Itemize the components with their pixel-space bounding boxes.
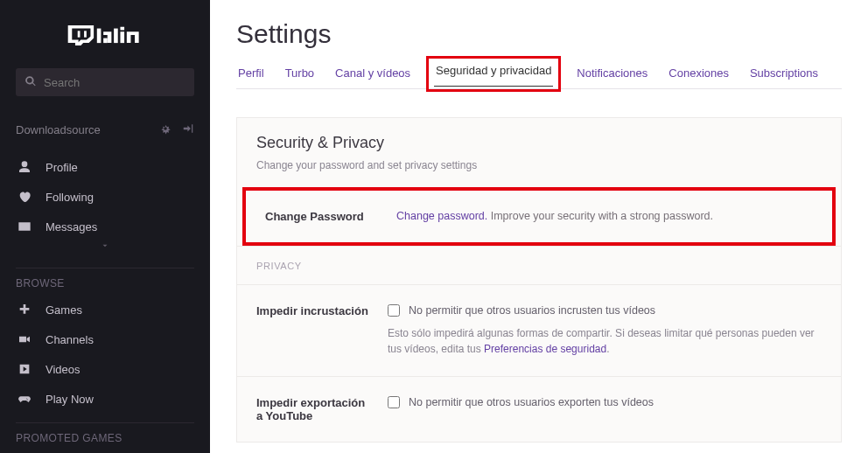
svg-rect-0 (78, 31, 80, 37)
tab-canal[interactable]: Canal y vídeos (333, 63, 412, 88)
svg-rect-6 (120, 27, 124, 31)
search-input[interactable] (44, 76, 186, 89)
tab-conexiones[interactable]: Conexiones (667, 63, 731, 88)
browse-heading: BROWSE (0, 277, 210, 289)
sidebar-item-label: Videos (46, 363, 80, 376)
prevent-embed-label: Impedir incrustación (256, 304, 370, 357)
sidebar-item-games[interactable]: Games (0, 295, 210, 324)
panel-title: Security & Privacy (256, 134, 822, 152)
change-password-text: Improve your security with a strong pass… (487, 210, 713, 222)
logout-icon[interactable] (182, 122, 194, 137)
divider (16, 268, 194, 268)
svg-rect-3 (103, 38, 108, 44)
svg-rect-5 (120, 31, 124, 43)
sidebar-item-following[interactable]: Following (0, 182, 210, 212)
prevent-embed-checktext: No permitir que otros usuarios incrusten… (409, 304, 655, 317)
search-icon (24, 75, 37, 90)
change-password-row: Change Password Change password. Improve… (242, 187, 836, 246)
page-title: Settings (236, 19, 842, 49)
svg-rect-4 (114, 29, 118, 44)
sidebar-item-label: Following (46, 191, 94, 204)
prevent-embed-row: Impedir incrustación No permitir que otr… (237, 284, 841, 376)
settings-icon[interactable] (159, 122, 172, 137)
highlight-tab: Seguridad y privacidad (426, 56, 561, 92)
change-password-link[interactable]: Change password. (396, 210, 487, 222)
embed-subtext-2: . (606, 343, 609, 355)
tab-perfil[interactable]: Perfil (236, 63, 266, 88)
twitch-logo[interactable] (65, 19, 145, 52)
sidebar-item-label: Profile (46, 161, 78, 174)
search-box[interactable] (16, 68, 194, 96)
mail-icon (16, 220, 33, 233)
user-row: Downloadsource (0, 117, 210, 142)
games-icon (16, 303, 33, 317)
sidebar-item-channels[interactable]: Channels (0, 324, 210, 354)
change-password-label: Change Password (265, 210, 379, 223)
sidebar: Downloadsource Profile Following Message… (0, 0, 210, 453)
security-preferences-link[interactable]: Preferencias de seguridad (484, 343, 606, 355)
sidebar-item-label: Play Now (46, 393, 94, 406)
security-panel: Security & Privacy Change your password … (236, 117, 842, 443)
tab-notificaciones[interactable]: Notificaciones (575, 63, 649, 88)
sidebar-item-label: Games (46, 303, 82, 317)
sidebar-item-messages[interactable]: Messages (0, 212, 210, 241)
prevent-export-checkbox[interactable] (388, 396, 400, 408)
sidebar-item-profile[interactable]: Profile (0, 152, 210, 182)
promoted-heading: PROMOTED GAMES (0, 432, 210, 444)
svg-rect-2 (97, 29, 102, 44)
tab-seguridad[interactable]: Seguridad y privacidad (434, 60, 553, 87)
camera-icon (16, 332, 33, 346)
prevent-export-checktext: No permitir que otros usuarios exporten … (409, 396, 654, 408)
controller-icon (16, 392, 33, 406)
sidebar-item-label: Messages (46, 220, 97, 233)
sidebar-item-videos[interactable]: Videos (0, 354, 210, 384)
user-icon (16, 160, 33, 174)
sidebar-item-label: Channels (46, 333, 94, 346)
heart-icon (16, 190, 33, 204)
play-icon (16, 362, 33, 376)
prevent-export-label: Impedir exportación a YouTube (256, 396, 370, 422)
username[interactable]: Downloadsource (16, 123, 101, 136)
svg-rect-1 (84, 31, 87, 37)
settings-tabs: Perfil Turbo Canal y vídeos Seguridad y … (236, 63, 842, 89)
prevent-export-row: Impedir exportación a YouTube No permiti… (237, 376, 841, 442)
expand-toggle[interactable] (0, 241, 210, 259)
privacy-heading: PRIVACY (256, 261, 302, 271)
prevent-embed-checkbox[interactable] (388, 304, 400, 317)
sidebar-item-playnow[interactable]: Play Now (0, 384, 210, 414)
main-content: Settings Perfil Turbo Canal y vídeos Seg… (210, 0, 868, 453)
tab-subscriptions[interactable]: Subscriptions (748, 63, 820, 88)
panel-subtitle: Change your password and set privacy set… (256, 159, 822, 171)
tab-turbo[interactable]: Turbo (284, 63, 316, 88)
divider (16, 422, 194, 423)
